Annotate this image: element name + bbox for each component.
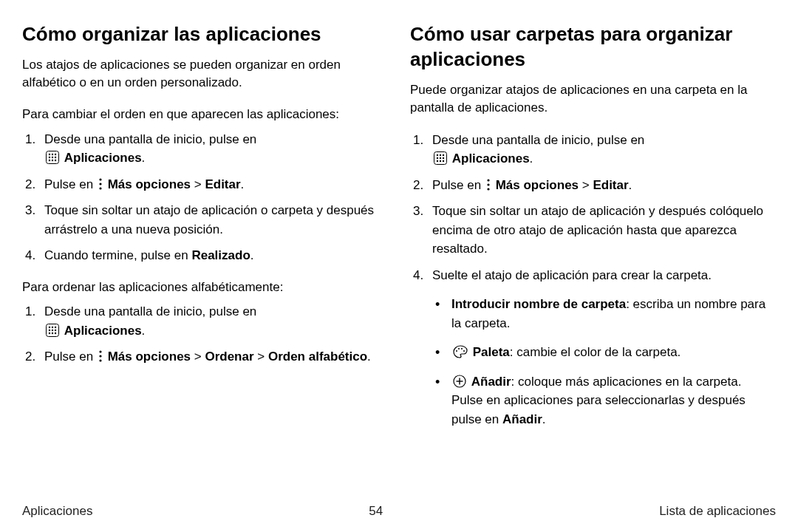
svg-point-3 [55, 154, 56, 155]
label-aplicaciones: Aplicaciones [64, 151, 142, 165]
svg-point-38 [487, 188, 489, 190]
label-folder-name: Introducir nombre de carpeta [451, 297, 626, 311]
list-item: Añadir: coloque más aplicaciones en la c… [432, 372, 776, 429]
list-item: Pulse en Más opciones > Editar. [410, 176, 776, 195]
svg-point-32 [443, 157, 444, 159]
text: . [542, 412, 546, 426]
svg-point-29 [443, 154, 444, 156]
left-column: Cómo organizar las aplicaciones Los ataj… [22, 22, 388, 488]
label-aplicaciones: Aplicaciones [452, 151, 530, 166]
apps-grid-icon [46, 324, 59, 337]
svg-point-4 [49, 157, 50, 158]
svg-point-2 [52, 154, 53, 155]
svg-point-1 [49, 154, 50, 155]
list-item: Desde una pantalla de inicio, pulse en A… [22, 130, 388, 168]
text: > [191, 177, 205, 191]
palette-icon [453, 345, 468, 358]
text: Cuando termine, pulse en [44, 248, 191, 262]
svg-point-27 [437, 154, 438, 156]
text: Pulse en [44, 177, 97, 191]
svg-point-16 [55, 327, 56, 328]
text: Pulse en [432, 178, 485, 192]
label-paleta: Paleta [473, 345, 510, 359]
text: : cambie el color de la carpeta. [510, 345, 681, 359]
svg-point-15 [52, 327, 53, 328]
text: Pulse en [44, 349, 97, 364]
label-realizado: Realizado [191, 248, 250, 262]
list-item: Toque sin soltar un atajo de aplicación … [22, 201, 388, 239]
svg-point-37 [487, 183, 489, 185]
list-item: Desde una pantalla de inicio, pulse en A… [22, 302, 388, 340]
text: . [142, 324, 146, 338]
text: . [367, 349, 371, 364]
svg-point-34 [440, 160, 441, 162]
more-options-icon [486, 178, 491, 191]
paragraph-intro: Para ordenar las aplicaciones alfabética… [22, 279, 388, 297]
bullet-list: Introducir nombre de carpeta: escriba un… [432, 295, 776, 429]
ordered-list: Desde una pantalla de inicio, pulse en A… [410, 131, 776, 429]
text: . [530, 151, 533, 166]
label-editar: Editar [593, 178, 628, 192]
footer-left: Aplicaciones [22, 504, 92, 519]
svg-point-11 [99, 183, 101, 185]
text: Desde una pantalla de inicio, pulse en [432, 133, 644, 147]
label-orden-alfabetico: Orden alfabético [268, 349, 367, 364]
label-anadir: Añadir [502, 412, 542, 426]
label-editar: Editar [205, 177, 240, 191]
text: . [629, 178, 632, 192]
svg-point-8 [52, 160, 53, 161]
svg-point-21 [52, 332, 53, 334]
svg-point-10 [99, 178, 101, 180]
page-body: Cómo organizar las aplicaciones Los ataj… [0, 0, 798, 488]
ordered-list: Desde una pantalla de inicio, pulse en A… [22, 302, 388, 366]
svg-point-35 [443, 160, 444, 162]
paragraph-intro: Para cambiar el orden en que aparecen la… [22, 106, 388, 124]
list-item: Toque sin soltar un atajo de aplicación … [410, 202, 776, 259]
list-item: Paleta: cambie el color de la carpeta. [432, 343, 776, 362]
paragraph: Los atajos de aplicaciones se pueden org… [22, 56, 388, 92]
paragraph: Puede organizar atajos de aplicaciones e… [410, 81, 776, 117]
ordered-list: Desde una pantalla de inicio, pulse en A… [22, 130, 388, 265]
text: > [254, 349, 268, 364]
svg-point-22 [55, 332, 56, 334]
svg-point-42 [463, 350, 465, 352]
apps-grid-icon [434, 151, 447, 165]
footer-right: Lista de aplicaciones [659, 504, 776, 519]
svg-point-6 [55, 157, 56, 158]
label-anadir: Añadir [471, 375, 511, 389]
svg-point-39 [456, 350, 457, 352]
more-options-icon [98, 349, 103, 363]
text: Desde una pantalla de inicio, pulse en [44, 304, 256, 318]
more-options-icon [98, 177, 103, 191]
svg-point-40 [458, 348, 460, 349]
page-footer: Aplicaciones 54 Lista de aplicaciones [22, 504, 776, 519]
text: . [250, 248, 254, 262]
svg-point-7 [49, 160, 50, 161]
text: Desde una pantalla de inicio, pulse en [44, 132, 256, 146]
svg-point-33 [437, 160, 438, 162]
text: . [241, 177, 245, 191]
list-item: Pulse en Más opciones > Editar. [22, 175, 388, 194]
svg-point-36 [487, 179, 489, 181]
svg-point-18 [52, 330, 53, 331]
page-number: 54 [369, 504, 383, 519]
text: > [191, 349, 205, 364]
svg-point-14 [49, 327, 50, 328]
list-item: Cuando termine, pulse en Realizado. [22, 246, 388, 265]
svg-point-20 [49, 332, 50, 334]
list-item: Desde una pantalla de inicio, pulse en A… [410, 131, 776, 168]
right-column: Cómo usar carpetas para organizar aplica… [410, 22, 776, 488]
text: > [579, 178, 593, 192]
list-item: Suelte el atajo de aplicación para crear… [410, 266, 776, 429]
svg-point-23 [99, 351, 101, 353]
heading-organize: Cómo organizar las aplicaciones [22, 22, 388, 47]
svg-point-28 [440, 154, 441, 156]
svg-point-30 [437, 157, 438, 159]
label-mas-opciones: Más opciones [496, 178, 579, 192]
svg-point-5 [52, 157, 53, 158]
apps-grid-icon [46, 151, 59, 164]
svg-point-17 [49, 330, 50, 331]
svg-point-12 [99, 187, 101, 189]
label-aplicaciones: Aplicaciones [64, 324, 142, 338]
text: Suelte el atajo de aplicación para crear… [432, 268, 712, 282]
